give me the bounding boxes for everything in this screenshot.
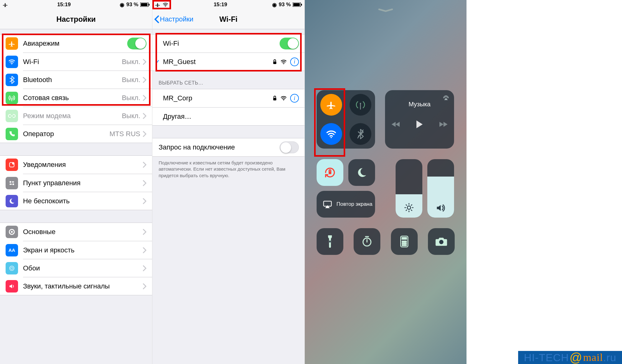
row-other-network[interactable]: Другая…: [152, 107, 304, 125]
music-title: Музыка: [385, 101, 454, 108]
network-name: MR_Corp: [163, 94, 272, 102]
cc-airplane-button[interactable]: [320, 94, 342, 116]
svg-point-52: [404, 245, 405, 246]
row-detail: Выкл.: [122, 58, 140, 66]
connectivity-tile[interactable]: [317, 90, 375, 149]
cc-calculator-button[interactable]: [391, 228, 418, 255]
info-button[interactable]: i: [290, 58, 299, 66]
cc-dnd-button[interactable]: [348, 159, 375, 186]
wifi-icon: [326, 129, 337, 139]
toggle-wifi[interactable]: [280, 38, 299, 49]
svg-point-26: [331, 137, 332, 138]
row-label: Экран и яркость: [23, 246, 143, 254]
control-center-icon: [8, 180, 15, 187]
row-cellular[interactable]: Сотовая связь Выкл.: [23, 89, 152, 107]
cc-wifi-button[interactable]: [320, 123, 342, 145]
row-wallpaper[interactable]: Обои: [23, 259, 152, 277]
cc-bluetooth-button[interactable]: [350, 123, 371, 145]
info-button[interactable]: i: [290, 94, 299, 103]
row-label: Режим модема: [23, 112, 122, 120]
network-name: MR_Guest: [163, 58, 272, 66]
cc-rotation-lock-button[interactable]: [317, 159, 343, 186]
svg-rect-19: [301, 4, 302, 6]
chevron-right-icon: [143, 180, 146, 186]
svg-rect-11: [10, 183, 12, 185]
chevron-right-icon: [143, 265, 146, 271]
chevron-right-icon: [143, 77, 146, 83]
row-airplane[interactable]: Авиарежим: [0, 35, 152, 53]
cc-volume-slider[interactable]: [427, 159, 454, 218]
cc-torch-button[interactable]: [317, 228, 343, 255]
svg-line-35: [411, 210, 412, 210]
status-battery-pct: 93 %: [279, 2, 291, 8]
back-button[interactable]: Настройки: [154, 15, 193, 23]
cc-camera-button[interactable]: [428, 228, 455, 255]
cc-brightness-slider[interactable]: [396, 159, 422, 218]
row-dnd[interactable]: Не беспокоить: [23, 192, 152, 210]
toggle-ask-to-join[interactable]: [280, 141, 299, 153]
svg-rect-20: [273, 62, 276, 64]
row-network[interactable]: MR_Corp i: [152, 89, 304, 107]
row-label: Пункт управления: [23, 179, 143, 187]
next-icon[interactable]: [439, 121, 448, 128]
chevron-left-icon: [154, 15, 159, 23]
cc-screen-mirror-button[interactable]: Повтор экрана: [317, 191, 375, 218]
row-control-center[interactable]: Пункт управления: [23, 174, 152, 192]
cc-cellular-button[interactable]: [350, 94, 371, 116]
screen-mirror-icon: [323, 200, 332, 208]
section-header: ВЫБРАТЬ СЕТЬ…: [152, 71, 304, 89]
row-bluetooth[interactable]: Bluetooth Выкл.: [23, 71, 152, 89]
row-general[interactable]: Основные: [0, 223, 152, 241]
music-tile[interactable]: Музыка: [385, 90, 454, 149]
prev-icon[interactable]: [391, 121, 400, 128]
row-connected-network[interactable]: ✓ MR_Guest i: [152, 53, 304, 71]
svg-point-47: [405, 241, 406, 242]
row-label: Другая…: [163, 113, 299, 121]
page-title: Wi-Fi: [219, 15, 237, 24]
svg-rect-39: [329, 241, 331, 242]
row-label: Wi-Fi: [163, 39, 280, 48]
svg-rect-9: [12, 181, 14, 182]
svg-rect-44: [402, 237, 406, 239]
back-label: Настройки: [160, 15, 193, 23]
screen-settings: 15:19 ◉ 93 % Настройки Авиарежим Wi-Fi В…: [0, 0, 152, 364]
bluetooth-off-icon: [356, 129, 365, 139]
status-time: 15:19: [214, 2, 227, 8]
play-icon[interactable]: [415, 120, 424, 129]
link-icon: [8, 112, 16, 120]
svg-point-25: [360, 103, 361, 104]
row-notifications[interactable]: Уведомления: [0, 156, 152, 174]
row-wifi-toggle[interactable]: Wi-Fi: [152, 35, 304, 53]
cc-timer-button[interactable]: [354, 228, 380, 255]
airplane-icon: [326, 99, 337, 110]
row-sounds[interactable]: Звуки, тактильные сигналы: [23, 277, 152, 295]
svg-line-36: [406, 210, 407, 210]
row-hotspot: Режим модема Выкл.: [23, 107, 152, 125]
status-lock-icon: ◉: [272, 2, 277, 8]
svg-point-23: [283, 100, 284, 101]
screen-wifi: 15:19 ◉ 93 % Настройки Wi-Fi Wi-Fi ✓ MR_…: [152, 0, 305, 364]
row-display[interactable]: AA Экран и яркость: [23, 241, 152, 259]
status-time: 15:19: [57, 2, 71, 8]
row-label: Уведомления: [23, 161, 143, 169]
bluetooth-icon: [8, 76, 15, 84]
row-carrier[interactable]: Оператор MTS RUS: [23, 125, 152, 143]
svg-point-16: [165, 6, 166, 7]
watermark-text: mail: [583, 352, 603, 363]
toggle-airplane[interactable]: [127, 38, 146, 49]
svg-rect-22: [273, 98, 276, 100]
svg-line-34: [406, 205, 407, 205]
svg-point-29: [407, 206, 411, 210]
camera-icon: [435, 237, 448, 247]
grab-handle[interactable]: [378, 8, 393, 11]
svg-point-51: [402, 245, 403, 246]
row-detail: Выкл.: [122, 76, 140, 84]
svg-rect-2: [149, 4, 150, 6]
speaker-icon: [435, 203, 446, 213]
row-label: Авиарежим: [23, 39, 127, 48]
row-wifi[interactable]: Wi-Fi Выкл.: [23, 53, 152, 71]
row-ask-to-join[interactable]: Запрос на подключение: [152, 138, 304, 156]
wifi-icon: [162, 2, 169, 7]
rotation-lock-icon: [323, 166, 337, 179]
moon-icon: [356, 167, 368, 178]
